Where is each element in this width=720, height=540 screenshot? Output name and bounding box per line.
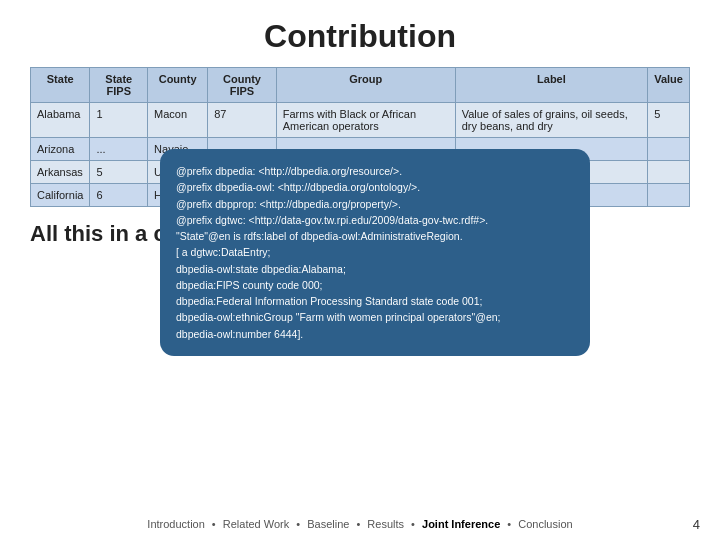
table-cell: 6 (90, 184, 148, 207)
table-cell (648, 161, 690, 184)
table-cell: Farms with Black or African American ope… (276, 103, 455, 138)
table-cell: Arizona (31, 138, 90, 161)
table-header-cell: County (148, 68, 208, 103)
footer-nav-item[interactable]: Joint Inference (422, 518, 500, 530)
table-cell: 87 (208, 103, 277, 138)
footer-nav-separator: • (408, 518, 418, 530)
tooltip-line: @prefix dbpprop: <http://dbpedia.org/pro… (176, 196, 574, 212)
table-cell: Alabama (31, 103, 90, 138)
table-cell: 5 (90, 161, 148, 184)
footer-nav-item[interactable]: Related Work (223, 518, 289, 530)
table-header-cell: State FIPS (90, 68, 148, 103)
footer-nav-separator: • (293, 518, 303, 530)
table-header-cell: Value (648, 68, 690, 103)
footer-nav-item[interactable]: Conclusion (518, 518, 572, 530)
footer-nav-separator: • (353, 518, 363, 530)
page-title: Contribution (0, 0, 720, 67)
tooltip-line: dbpedia-owl:number 6444]. (176, 326, 574, 342)
table-cell: 1 (90, 103, 148, 138)
footer-nav-separator: • (504, 518, 514, 530)
table-header-cell: State (31, 68, 90, 103)
table-cell (648, 138, 690, 161)
footer-nav-separator: • (209, 518, 219, 530)
tooltip-line: @prefix dbpedia: <http://dbpedia.org/res… (176, 163, 574, 179)
tooltip-line: @prefix dgtwc: <http://data-gov.tw.rpi.e… (176, 212, 574, 228)
table-cell: ... (90, 138, 148, 161)
tooltip-popup: @prefix dbpedia: <http://dbpedia.org/res… (160, 149, 590, 356)
table-cell: 5 (648, 103, 690, 138)
tooltip-line: dbpedia:FIPS county code 000; (176, 277, 574, 293)
page-number: 4 (693, 517, 700, 532)
tooltip-line: dbpedia-owl:ethnicGroup "Farm with women… (176, 309, 574, 325)
footer-nav-item[interactable]: Baseline (307, 518, 349, 530)
table-cell: Arkansas (31, 161, 90, 184)
table-header-cell: Label (455, 68, 648, 103)
footer-nav-item[interactable]: Results (367, 518, 404, 530)
tooltip-line: "State"@en is rdfs:label of dbpedia-owl:… (176, 228, 574, 244)
table-cell: California (31, 184, 90, 207)
footer-nav-item[interactable]: Introduction (147, 518, 204, 530)
table-cell (648, 184, 690, 207)
table-header-cell: Group (276, 68, 455, 103)
tooltip-line: dbpedia-owl:state dbpedia:Alabama; (176, 261, 574, 277)
table-row: Alabama1Macon87Farms with Black or Afric… (31, 103, 690, 138)
tooltip-line: @prefix dbpedia-owl: <http://dbpedia.org… (176, 179, 574, 195)
tooltip-line: [ a dgtwc:DataEntry; (176, 244, 574, 260)
table-header-row: StateState FIPSCountyCounty FIPSGroupLab… (31, 68, 690, 103)
tooltip-line: dbpedia:Federal Information Processing S… (176, 293, 574, 309)
footer-nav: Introduction • Related Work • Baseline •… (0, 518, 720, 530)
table-cell: Value of sales of grains, oil seeds, dry… (455, 103, 648, 138)
table-cell: Macon (148, 103, 208, 138)
table-header-cell: County FIPS (208, 68, 277, 103)
table-container: StateState FIPSCountyCounty FIPSGroupLab… (30, 67, 690, 207)
